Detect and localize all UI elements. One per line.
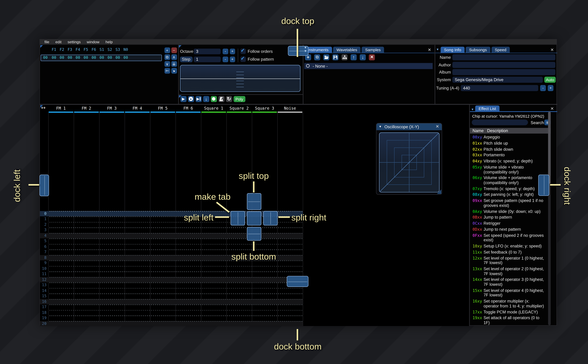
- name-field[interactable]: [452, 54, 555, 60]
- effect-row[interactable]: 03xxPortamento: [473, 153, 548, 157]
- orders-cell[interactable]: 00: [66, 55, 74, 59]
- orders-channel-header[interactable]: S2: [106, 47, 114, 51]
- add-order-button[interactable]: +: [164, 47, 170, 53]
- orders-cell[interactable]: 00: [58, 55, 66, 59]
- effect-list-collapse-icon[interactable]: ▼: [471, 108, 474, 111]
- effect-row[interactable]: 06xyVolume slide + portamento (compatibi…: [473, 176, 548, 185]
- record-button[interactable]: [211, 96, 217, 102]
- effect-row[interactable]: 04xyVibrato (x: speed; y: depth): [473, 159, 548, 163]
- orders-cell[interactable]: 00: [114, 55, 122, 59]
- orders-cell[interactable]: 00: [74, 55, 82, 59]
- play-to-cursor-button[interactable]: ▶: [195, 96, 202, 102]
- effect-row[interactable]: 0DxxJump to next pattern: [473, 227, 548, 232]
- pattern-row[interactable]: 20: [40, 321, 303, 326]
- split-top-target[interactable]: [247, 193, 261, 210]
- dock-bottom-target[interactable]: [287, 276, 309, 287]
- pattern-row[interactable]: 4: [40, 233, 303, 238]
- step-label[interactable]: Step: [180, 56, 192, 62]
- octave-decrease-button[interactable]: -: [223, 48, 228, 54]
- tuning-increase-button[interactable]: +: [548, 85, 554, 91]
- channel-header-fm-2[interactable]: FM 2: [74, 106, 99, 110]
- effect-row[interactable]: 15xxSet level of operator 4 (0 highest, …: [473, 288, 548, 298]
- effect-row[interactable]: 14xxSet level of operator 3 (0 highest, …: [473, 277, 548, 287]
- play-repeat-button[interactable]: ▶: [188, 96, 194, 102]
- channel-header-fm-5[interactable]: FM 5: [150, 106, 176, 110]
- oscilloscope-xy-titlebar[interactable]: ▼ Oscilloscope (X-Y) ✕: [377, 123, 442, 130]
- name-column-header[interactable]: Name: [473, 128, 484, 133]
- channel-header-fm-6[interactable]: FM 6: [176, 106, 201, 110]
- pattern-row[interactable]: 11: [40, 271, 303, 277]
- effect-search-input[interactable]: [472, 120, 528, 125]
- menu-item-file[interactable]: file: [41, 40, 52, 44]
- effect-row[interactable]: 13xxSet level of operator 2 (0 highest, …: [473, 266, 548, 276]
- menu-item-settings[interactable]: settings: [65, 40, 84, 44]
- move-order-down-button[interactable]: ∨: [164, 61, 170, 67]
- pattern-row[interactable]: 12: [40, 277, 303, 282]
- instrument-list-item[interactable]: - None -: [304, 63, 433, 69]
- step-increase-button[interactable]: +: [230, 56, 235, 62]
- album-field[interactable]: [452, 69, 555, 75]
- pattern-row[interactable]: 19: [40, 315, 303, 321]
- effect-row[interactable]: 00xyArpeggio: [473, 135, 548, 140]
- tab-song-info[interactable]: Song Info: [441, 47, 465, 53]
- channel-header-fm-4[interactable]: FM 4: [125, 106, 150, 110]
- dock-right-target[interactable]: [538, 175, 549, 196]
- effect-row[interactable]: 19xxSet attack of all operators (0 to 1F…: [473, 315, 548, 325]
- menu-item-window[interactable]: window: [84, 40, 103, 44]
- tab-wavetables[interactable]: Wavetables: [333, 47, 361, 53]
- dock-left-target[interactable]: [40, 175, 49, 196]
- step-row-button[interactable]: ↓: [203, 96, 209, 102]
- orders-cell[interactable]: 00: [90, 55, 98, 59]
- oscilloscope-xy-window[interactable]: ▼ Oscilloscope (X-Y) ✕: [376, 123, 442, 195]
- description-column-header[interactable]: Description: [487, 128, 508, 133]
- effect-row[interactable]: 09xxSet groove pattern (speed 1 if no gr…: [473, 198, 548, 208]
- effect-row[interactable]: 0CxxRetrigger: [473, 221, 548, 226]
- system-auto-button[interactable]: Auto: [544, 77, 556, 83]
- step-input[interactable]: 1: [194, 56, 221, 62]
- effect-row[interactable]: 11xxSet feedback (0 to 7): [473, 250, 548, 254]
- pattern-row[interactable]: 16: [40, 299, 303, 304]
- effect-row[interactable]: 17xxToggle PCM mode (LEGACY): [473, 309, 548, 314]
- split-right-target[interactable]: [263, 211, 278, 225]
- pattern-corner-button[interactable]: ++: [41, 105, 46, 110]
- orders-row-values[interactable]: 00000000000000000000: [50, 55, 130, 59]
- move-instrument-down-button[interactable]: ↓: [360, 54, 366, 60]
- orders-cell[interactable]: 00: [106, 55, 114, 59]
- move-instrument-up-button[interactable]: ↑: [350, 54, 357, 60]
- make-tab-target[interactable]: [247, 211, 261, 226]
- remove-order-button[interactable]: −: [171, 47, 177, 53]
- oscilloscope-display[interactable]: [180, 65, 301, 92]
- effect-row[interactable]: 02xxPitch slide down: [473, 147, 548, 151]
- channel-header-fm-3[interactable]: FM 3: [99, 106, 125, 110]
- follow-pattern-checkbox[interactable]: ✓: [240, 57, 245, 62]
- tab-effect-list[interactable]: Effect List: [475, 105, 499, 112]
- play-button[interactable]: ▶: [180, 96, 186, 102]
- oscilloscope-xy-close-button[interactable]: ✕: [436, 124, 439, 129]
- pattern-row[interactable]: 5: [40, 238, 303, 244]
- effect-row[interactable]: 12xxSet level of operator 1 (0 highest, …: [473, 256, 548, 265]
- channel-header-square-2[interactable]: Square 2: [226, 106, 252, 110]
- orders-cell[interactable]: 00: [98, 55, 106, 59]
- metronome-button[interactable]: [218, 96, 225, 102]
- pane-separator[interactable]: [178, 94, 303, 95]
- poly-mode-button[interactable]: Poly: [233, 96, 245, 102]
- octave-input[interactable]: 3: [194, 48, 221, 54]
- move-order-up-button[interactable]: ∧: [171, 54, 177, 60]
- pattern-row[interactable]: 15: [40, 293, 303, 299]
- tuning-field[interactable]: 440: [461, 85, 538, 91]
- tuning-decrease-button[interactable]: -: [540, 85, 546, 91]
- orders-channel-header[interactable]: F6: [90, 47, 98, 51]
- effect-row[interactable]: 10xySetup LFO (x: enable; y: speed): [473, 244, 548, 248]
- channel-header-square-1[interactable]: Square 1: [201, 106, 226, 110]
- pattern-row[interactable]: 14: [40, 288, 303, 293]
- channel-header-noise[interactable]: Noise: [277, 106, 303, 110]
- delete-instrument-button[interactable]: ✕: [369, 54, 375, 60]
- split-left-target[interactable]: [231, 211, 245, 225]
- deep-clone-order-button[interactable]: ✄: [164, 68, 170, 74]
- repeat-pattern-button[interactable]: ↻: [226, 96, 232, 102]
- song-info-close-button[interactable]: ✕: [550, 47, 554, 52]
- duplicate-instrument-button[interactable]: ⧉: [314, 54, 320, 60]
- orders-channel-header[interactable]: F2: [58, 47, 66, 51]
- effect-list-close-button[interactable]: ✕: [550, 106, 554, 111]
- orders-channel-header[interactable]: S3: [114, 47, 122, 51]
